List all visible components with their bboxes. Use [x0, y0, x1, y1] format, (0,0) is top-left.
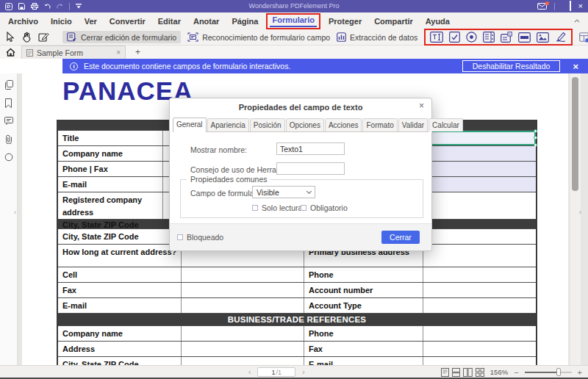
info-icon: i	[70, 62, 78, 71]
tab-apariencia[interactable]: Apariencia	[207, 118, 249, 131]
table-cell	[423, 326, 536, 341]
chevron-down-icon	[306, 188, 312, 193]
zoom-slider-thumb[interactable]	[556, 368, 561, 376]
combo-box-tool-icon[interactable]	[501, 32, 512, 43]
display-name-input[interactable]: Texto1	[276, 142, 345, 155]
row-label: E-mail	[58, 298, 182, 313]
scrollbar-thumb[interactable]	[572, 77, 578, 191]
undo-icon[interactable]	[44, 4, 51, 10]
tab-validar[interactable]: Validar	[398, 118, 428, 131]
tab-general[interactable]: General	[173, 118, 207, 132]
menu-compartir[interactable]: Compartir	[368, 15, 419, 28]
data-extraction-button[interactable]: Extracción de datos	[337, 32, 417, 42]
single-page-view-icon[interactable]	[441, 368, 449, 377]
previous-page-icon[interactable]: ‹	[248, 368, 251, 376]
comments-icon[interactable]	[4, 117, 13, 126]
dialog-close-icon[interactable]: ×	[419, 101, 424, 111]
grid-view-icon[interactable]	[476, 368, 484, 377]
form-field-tools-highlight	[424, 29, 573, 46]
disable-highlight-button[interactable]: Deshabilitar Resaltado	[462, 60, 561, 72]
dialog-tabs: General Apariencia Posición Opciones Acc…	[173, 118, 429, 132]
readonly-option[interactable]: Solo lectura	[252, 203, 302, 212]
notification-close-icon[interactable]: ×	[573, 61, 578, 72]
tab-acciones[interactable]: Acciones	[325, 118, 362, 131]
hand-pan-icon[interactable]	[21, 32, 32, 43]
toolbar: Cerrar edición de formulario Reconocimie…	[0, 29, 588, 46]
menu-ver[interactable]: Ver	[79, 15, 103, 28]
locked-checkbox[interactable]	[177, 234, 183, 240]
table-cell	[423, 245, 536, 267]
text-field-tool-icon[interactable]	[430, 32, 443, 43]
thumbnails-icon[interactable]	[4, 80, 13, 90]
checkbox-tool-icon[interactable]	[449, 32, 460, 43]
print-icon[interactable]	[31, 3, 38, 10]
menu-ayuda[interactable]: Ayuda	[420, 15, 456, 28]
dialog-footer: Bloqueado Cerrar	[170, 223, 431, 250]
table-section-title: BUSINESS/TRADE REFERENCES	[58, 314, 536, 326]
tab-opciones[interactable]: Opciones	[286, 118, 324, 131]
menu-proteger[interactable]: Proteger	[323, 15, 368, 28]
zoom-level[interactable]: 156%	[490, 368, 508, 376]
tab-formato[interactable]: Formato	[362, 118, 397, 131]
save-icon[interactable]	[18, 3, 25, 10]
form-field-visibility-select[interactable]: Visible	[252, 186, 315, 198]
row-label: Address	[58, 342, 182, 356]
menu-archivo[interactable]: Archivo	[2, 15, 44, 28]
two-page-view-icon[interactable]	[463, 368, 473, 377]
radio-button-tool-icon[interactable]	[466, 32, 477, 43]
messages-icon[interactable]	[537, 3, 547, 10]
form-properties-icon[interactable]	[579, 32, 588, 43]
field-recognition-button[interactable]: Reconocimiento de formulario campo	[187, 32, 330, 42]
zoom-in-icon[interactable]: +	[578, 368, 582, 377]
button-tool-icon[interactable]	[518, 32, 531, 43]
image-field-tool-icon[interactable]	[537, 32, 549, 43]
collapse-ribbon-icon[interactable]	[574, 19, 580, 23]
list-box-tool-icon[interactable]	[483, 32, 495, 43]
select-cursor-icon[interactable]	[5, 32, 15, 43]
tab-close-icon[interactable]: ×	[116, 48, 121, 57]
row-label: City, State ZIP Code	[58, 357, 182, 365]
close-form-edit-button[interactable]: Cerrar edición de formulario	[62, 31, 181, 43]
document-tab-label: Sample Form	[37, 48, 83, 57]
row-label: Title	[58, 131, 163, 145]
readonly-checkbox[interactable]	[252, 205, 258, 211]
signature-field-tool-icon[interactable]	[555, 32, 567, 43]
menu-inicio[interactable]: Inicio	[45, 15, 78, 28]
required-option[interactable]: Obligatorio	[301, 203, 348, 212]
maximize-button[interactable]	[570, 0, 571, 12]
tooltip-input[interactable]	[276, 162, 345, 175]
customize-toolbar-icon[interactable]	[76, 4, 82, 9]
right-panel-collapse-icon[interactable]: ‹	[579, 209, 581, 216]
sidebar-expand-icon[interactable]: ›	[14, 209, 16, 216]
readonly-label: Solo lectura	[262, 203, 302, 212]
menu-anotar[interactable]: Anotar	[187, 15, 225, 28]
selection-handle[interactable]	[534, 129, 537, 133]
menu-editar[interactable]: Editar	[152, 15, 187, 28]
menu-formulario[interactable]: Formulario	[266, 13, 320, 29]
bookmarks-icon[interactable]	[4, 98, 12, 108]
home-icon[interactable]	[6, 48, 15, 57]
tab-posicion[interactable]: Posición	[250, 118, 285, 131]
tab-calcular[interactable]: Calcular	[429, 118, 463, 131]
close-button[interactable]: ×	[578, 0, 583, 12]
menubar: Archivo Inicio Ver Convertir Editar Anot…	[0, 12, 588, 29]
table-row: Address Fax	[58, 342, 536, 357]
zoom-out-icon[interactable]: −	[514, 368, 518, 377]
table-cell	[182, 267, 304, 282]
edit-field-icon[interactable]	[38, 32, 49, 43]
new-tab-icon[interactable]: +	[135, 47, 140, 57]
page-number-input[interactable]: 1 /1	[257, 367, 295, 377]
attachments-icon[interactable]	[5, 134, 12, 144]
next-page-icon[interactable]: ›	[302, 368, 304, 376]
menu-convertir[interactable]: Convertir	[104, 15, 151, 28]
search-icon[interactable]	[4, 153, 13, 162]
selection-handle[interactable]	[534, 136, 537, 140]
redo-icon[interactable]	[57, 4, 63, 10]
required-checkbox[interactable]	[301, 205, 306, 211]
document-tab[interactable]: Sample Form ×	[21, 46, 126, 59]
menu-pagina[interactable]: Página	[226, 15, 264, 28]
zoom-slider[interactable]	[525, 368, 572, 376]
vertical-scrollbar[interactable]	[570, 73, 581, 365]
dialog-close-button[interactable]: Cerrar	[381, 231, 420, 244]
continuous-view-icon[interactable]	[452, 368, 460, 377]
